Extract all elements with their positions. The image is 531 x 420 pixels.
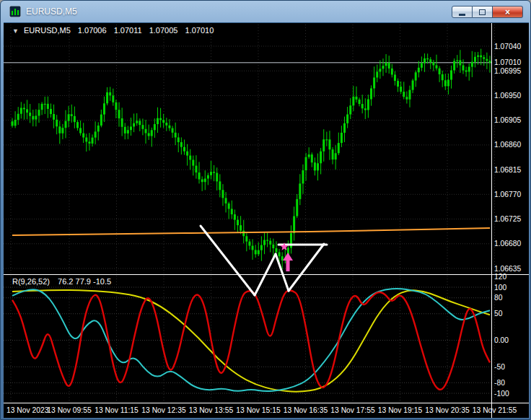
time-axis-label: 13 Nov 11:15 xyxy=(95,406,139,414)
indicator-axis-label: -50 xyxy=(494,363,505,371)
indicator-axis-label: 0.00 xyxy=(494,336,509,344)
time-axis-label: 13 Nov 20:35 xyxy=(425,406,470,414)
time-axis-label: 13 Nov 15:15 xyxy=(236,406,281,414)
time-axis-label: 13 Nov 13:55 xyxy=(189,406,234,414)
time-axis-label: 13 Nov 17:55 xyxy=(330,406,375,414)
price-axis-label: 1.06950 xyxy=(494,92,521,100)
time-axis-date-label: 13 Nov 2023 xyxy=(6,406,49,414)
buy-signal-arrow-icon xyxy=(283,253,293,271)
indicator-axis-label: -100 xyxy=(494,390,509,398)
price-axis-label: 1.06770 xyxy=(494,191,521,198)
indicator-axis-label: 80 xyxy=(494,294,503,302)
ohlc-close: 1.07010 xyxy=(185,26,214,35)
oscillator-line-slow xyxy=(12,290,490,392)
ma-line xyxy=(12,228,490,235)
indicator-values: 76.2 77.9 -10.5 xyxy=(58,277,111,286)
indicator-axis[interactable]: 12010080500.00-50-80-100 xyxy=(494,273,509,398)
time-axis[interactable]: 13 Nov 202313 Nov 09:5513 Nov 11:1513 No… xyxy=(6,406,517,414)
close-button[interactable]: × xyxy=(493,6,523,18)
price-axis-label: 1.06860 xyxy=(494,141,521,149)
pattern-annotation xyxy=(201,226,327,295)
chart-canvas[interactable]: 1.070401.069951.069501.069051.068601.068… xyxy=(4,23,529,418)
chart-area[interactable]: 1.070401.069951.069501.069051.068601.068… xyxy=(4,22,529,418)
time-axis-label: 13 Nov 09:55 xyxy=(47,406,92,414)
time-axis-label: 13 Nov 16:35 xyxy=(284,406,328,414)
indicator-axis-label: -80 xyxy=(494,379,505,387)
minimize-icon xyxy=(459,14,465,16)
indicator-name: R(9,26,52) xyxy=(12,277,50,286)
window-titlebar[interactable]: EURUSD,M5 × xyxy=(1,1,530,22)
mt4-chart-window: EURUSD,M5 × 1.070401.069951.069501.06905… xyxy=(0,0,531,420)
time-axis-label: 13 Nov 21:55 xyxy=(473,406,517,414)
window-controls: × xyxy=(452,6,523,18)
ohlc-high: 1.07011 xyxy=(114,26,142,35)
indicator-axis-label: 100 xyxy=(494,284,506,292)
time-axis-label: 13 Nov 12:35 xyxy=(141,406,186,414)
price-axis-label: 1.06680 xyxy=(494,240,521,248)
maximize-button[interactable] xyxy=(473,6,493,18)
indicator-axis-label: 120 xyxy=(494,273,506,281)
price-axis[interactable]: 1.070401.069951.069501.069051.068601.068… xyxy=(494,43,521,273)
ohlc-low: 1.07005 xyxy=(149,26,178,35)
price-axis-label: 1.06635 xyxy=(494,265,521,273)
window-title: EURUSD,M5 xyxy=(26,6,77,17)
price-axis-label: 1.06905 xyxy=(494,116,521,124)
candlesticks xyxy=(12,49,491,270)
price-axis-label: 1.06725 xyxy=(494,215,521,223)
collapse-arrow-icon[interactable]: ▼ xyxy=(12,27,19,35)
price-axis-label: 1.06995 xyxy=(494,67,521,75)
ohlc-readout: ▼ EURUSD,M5 1.07006 1.07011 1.07005 1.07… xyxy=(12,26,219,35)
ohlc-symbol: EURUSD,M5 xyxy=(24,26,71,35)
maximize-icon xyxy=(479,9,486,15)
price-axis-label: 1.06815 xyxy=(494,166,521,174)
close-icon: × xyxy=(505,7,510,17)
current-price-label: 1.07010 xyxy=(494,58,521,66)
time-axis-label: 13 Nov 19:15 xyxy=(378,406,423,414)
indicator-axis-label: 50 xyxy=(494,310,503,318)
indicator-label: R(9,26,52) 76.2 77.9 -10.5 xyxy=(12,277,117,286)
minimize-button[interactable] xyxy=(452,6,473,18)
chart-app-icon xyxy=(9,6,21,17)
price-axis-label: 1.07040 xyxy=(494,43,521,51)
ohlc-open: 1.07006 xyxy=(78,26,107,35)
